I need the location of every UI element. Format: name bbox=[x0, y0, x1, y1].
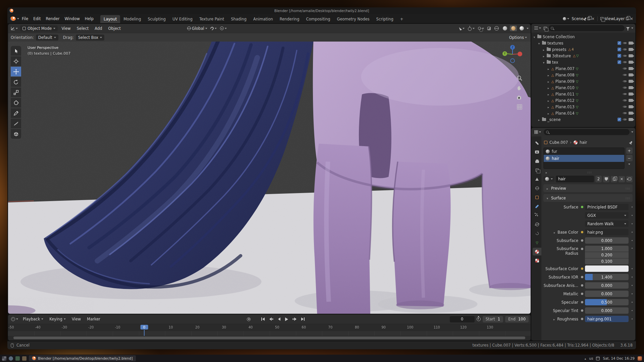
drag-dots-icon[interactable] bbox=[587, 170, 592, 175]
disable-render-icon[interactable] bbox=[629, 73, 633, 76]
move-tool[interactable] bbox=[11, 67, 21, 76]
outliner-row-plane010[interactable]: Plane.010 bbox=[531, 84, 635, 91]
expand-arrow-icon[interactable] bbox=[547, 66, 550, 71]
shading-wireframe-button[interactable] bbox=[493, 25, 500, 31]
tab-world[interactable] bbox=[533, 184, 541, 192]
outliner-row-plane009[interactable]: Plane.009 bbox=[531, 78, 635, 84]
menu-keying[interactable]: Keying bbox=[47, 316, 68, 322]
cancel-hint[interactable]: Cancel bbox=[16, 343, 30, 348]
pan-hand-icon[interactable] bbox=[517, 85, 523, 91]
shader-select[interactable]: Principled BSDF bbox=[585, 204, 629, 210]
menu-playback[interactable]: Playback bbox=[20, 316, 46, 322]
hide-viewport-icon[interactable] bbox=[623, 79, 627, 84]
menu-view[interactable]: View bbox=[59, 25, 73, 32]
next-keyframe-button[interactable] bbox=[291, 316, 299, 322]
menu-render[interactable]: Render bbox=[44, 15, 62, 22]
hide-viewport-icon[interactable] bbox=[623, 105, 627, 109]
disable-render-icon[interactable] bbox=[629, 42, 633, 45]
expand-arrow-icon[interactable] bbox=[542, 60, 545, 65]
playhead-line[interactable] bbox=[144, 330, 145, 336]
exclude-checkbox[interactable] bbox=[618, 60, 621, 64]
frame-start-field[interactable]: Start1 bbox=[483, 316, 503, 322]
launcher-icon-3[interactable] bbox=[15, 356, 20, 361]
animate-dot[interactable] bbox=[632, 293, 633, 294]
tab-animation[interactable]: Animation bbox=[250, 15, 276, 23]
browse-scene-button[interactable] bbox=[562, 16, 570, 21]
distribution-select[interactable]: GGX bbox=[585, 212, 629, 219]
hide-viewport-icon[interactable] bbox=[623, 47, 627, 52]
node-tree-button[interactable] bbox=[626, 176, 633, 182]
annotate-tool[interactable] bbox=[11, 108, 21, 118]
hide-viewport-icon[interactable] bbox=[623, 85, 627, 90]
snap-toggle[interactable] bbox=[210, 26, 218, 31]
auto-keying-toggle[interactable] bbox=[246, 316, 252, 322]
radius-z-field[interactable]: 0.100 bbox=[585, 258, 629, 264]
value-socket-icon[interactable] bbox=[581, 284, 583, 287]
tab-texture[interactable] bbox=[533, 257, 541, 264]
outliner-row-plane012[interactable]: Plane.012 bbox=[531, 97, 635, 104]
disable-render-icon[interactable] bbox=[629, 86, 633, 89]
unlink-material-button[interactable] bbox=[619, 176, 625, 182]
hide-viewport-icon[interactable] bbox=[623, 98, 627, 103]
expand-arrow-icon[interactable] bbox=[547, 73, 550, 77]
outliner-row-plane011[interactable]: Plane.011 bbox=[531, 91, 635, 97]
expand-arrow-icon[interactable] bbox=[547, 105, 550, 109]
remove-slot-button[interactable] bbox=[626, 155, 633, 161]
animate-dot[interactable] bbox=[632, 223, 633, 224]
drag-dots-icon[interactable] bbox=[626, 186, 630, 191]
menu-select[interactable]: Select bbox=[74, 25, 91, 32]
jump-to-start-button[interactable] bbox=[259, 316, 267, 322]
gizmos-dropdown[interactable] bbox=[467, 25, 476, 32]
transform-tool[interactable] bbox=[11, 98, 21, 108]
exclude-checkbox[interactable] bbox=[618, 118, 621, 121]
play-button[interactable] bbox=[283, 316, 290, 322]
xray-toggle[interactable] bbox=[486, 26, 492, 31]
timeline-track[interactable] bbox=[8, 331, 531, 336]
transform-orientation-dropdown[interactable]: Global bbox=[186, 25, 208, 32]
menu-add[interactable]: Add bbox=[92, 25, 104, 32]
expand-arrow-icon[interactable] bbox=[537, 41, 541, 46]
pin-scene-icon[interactable] bbox=[584, 17, 587, 20]
outliner-row-presets[interactable]: presets 4 bbox=[531, 46, 635, 53]
animate-dot[interactable] bbox=[632, 277, 633, 278]
disable-render-icon[interactable] bbox=[629, 54, 633, 57]
hide-viewport-icon[interactable] bbox=[623, 92, 627, 97]
animate-dot[interactable] bbox=[632, 248, 633, 249]
value-socket-icon[interactable] bbox=[581, 318, 583, 320]
shading-rendered-button[interactable] bbox=[518, 25, 525, 31]
hide-viewport-icon[interactable] bbox=[623, 73, 627, 77]
value-socket-icon[interactable] bbox=[581, 293, 583, 295]
value-socket-icon[interactable] bbox=[581, 309, 583, 312]
options-dropdown[interactable]: Options bbox=[508, 35, 528, 41]
clock[interactable]: Sat, 14 Dec 16:29 bbox=[603, 356, 635, 360]
users-count-badge[interactable]: 2 bbox=[595, 176, 602, 182]
expand-arrow-icon[interactable] bbox=[552, 317, 556, 321]
expand-arrow-icon[interactable] bbox=[545, 170, 548, 175]
animate-dot[interactable] bbox=[632, 232, 633, 233]
subsurface-anisotropy-slider[interactable]: 0.000 bbox=[585, 282, 629, 289]
outliner-row-scene2[interactable]: _scene bbox=[531, 116, 635, 123]
current-frame-field[interactable]: 0 bbox=[450, 316, 475, 322]
outliner-row-3dtexture[interactable]: 3dtexture bbox=[531, 53, 635, 59]
expand-arrow-icon[interactable] bbox=[553, 230, 556, 235]
tab-compositing[interactable]: Compositing bbox=[303, 15, 333, 23]
shading-options-chevron[interactable] bbox=[527, 28, 529, 29]
breadcrumb-material[interactable]: hair bbox=[580, 140, 587, 145]
close-viewlayer-icon[interactable] bbox=[630, 16, 633, 21]
pin-icon[interactable] bbox=[630, 141, 632, 143]
select-box-tool[interactable] bbox=[11, 46, 21, 56]
viewlayer-name[interactable]: ViewLayer bbox=[605, 16, 625, 21]
properties-options-chevron[interactable] bbox=[631, 131, 633, 133]
overlays-dropdown[interactable] bbox=[477, 26, 485, 31]
hide-viewport-icon[interactable] bbox=[623, 117, 627, 122]
animate-dot[interactable] bbox=[632, 268, 633, 269]
disable-render-icon[interactable] bbox=[629, 112, 633, 115]
outliner-editor-type-button[interactable] bbox=[533, 26, 542, 31]
sss-method-select[interactable]: Random Walk bbox=[585, 221, 629, 227]
color-socket-icon[interactable] bbox=[581, 231, 583, 233]
hide-viewport-icon[interactable] bbox=[623, 41, 627, 46]
properties-search-input[interactable] bbox=[544, 129, 630, 135]
slot-fur[interactable]: fur bbox=[544, 148, 624, 155]
scale-tool[interactable] bbox=[11, 87, 21, 97]
ortho-grid-icon[interactable] bbox=[517, 104, 523, 110]
